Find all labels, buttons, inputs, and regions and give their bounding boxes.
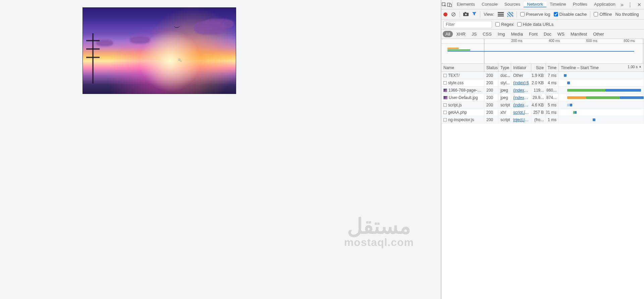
request-initiator[interactable]: (index):6 [513, 81, 529, 85]
request-waterfall [559, 79, 644, 86]
preserve-log-checkbox[interactable]: Preserve log [520, 12, 550, 17]
request-initiator[interactable]: (index):12 [513, 88, 529, 93]
tower-icon [86, 33, 100, 84]
request-size: 29.9... [531, 94, 546, 101]
offline-checkbox[interactable]: Offline [594, 12, 612, 17]
tab-elements[interactable]: Elements [453, 2, 478, 7]
request-size: 2.0 KB [531, 79, 546, 86]
view-list-icon[interactable] [498, 12, 504, 17]
request-size: 257 B [531, 109, 546, 116]
request-name: ng-inspector.js [448, 117, 474, 122]
request-name: script.js [448, 103, 462, 107]
type-filter-other[interactable]: Other [590, 31, 607, 37]
disable-cache-checkbox[interactable]: Disable cache [554, 12, 587, 17]
type-filter-ws[interactable]: WS [555, 31, 567, 37]
overview-tick: 200 ms [511, 39, 522, 43]
svg-line-4 [452, 13, 455, 15]
inspect-icon[interactable] [441, 2, 447, 7]
type-filter-media[interactable]: Media [508, 31, 525, 37]
tab-sources[interactable]: Sources [501, 2, 524, 7]
tab-profiles[interactable]: Profiles [570, 2, 591, 7]
network-rows: TEXT/200doc...Other1.9 KB7 msstyle.css20… [441, 72, 644, 123]
request-time: 7 ms [546, 72, 559, 79]
tab-application[interactable]: Application [591, 2, 619, 7]
request-size: 1.9 KB [531, 72, 546, 79]
tab-timeline[interactable]: Timeline [546, 2, 570, 7]
type-filter-css[interactable]: CSS [480, 31, 494, 37]
type-filter-manifest[interactable]: Manifest [568, 31, 590, 37]
network-row[interactable]: script.js200script(index):324.6 KB5 ms [441, 101, 644, 109]
request-type: jpeg [498, 94, 511, 101]
network-table-header[interactable]: Name Status Type Initiator Size Time Tim… [441, 64, 644, 72]
network-row[interactable]: ng-inspector.js200scriptinject.js:7(fro.… [441, 116, 644, 123]
type-filter-xhr[interactable]: XHR [453, 31, 468, 37]
tab-network[interactable]: Network [524, 2, 546, 7]
col-name[interactable]: Name [441, 64, 484, 71]
record-button[interactable] [443, 12, 447, 16]
throttling-select[interactable]: No throttling [615, 12, 639, 17]
request-time: 860... [546, 87, 559, 94]
network-overview[interactable]: 200 ms400 ms600 ms800 ms1000 ms [441, 39, 644, 64]
request-size: (fro... [531, 116, 546, 123]
col-time[interactable]: Time [546, 64, 559, 71]
request-name: getAA.php [448, 110, 467, 115]
request-name: style.css [448, 81, 464, 85]
kebab-icon[interactable]: ⋮ [626, 2, 635, 8]
col-initiator[interactable]: Initiator [511, 64, 531, 71]
request-type: jpeg [498, 87, 511, 94]
more-tabs-icon[interactable]: » [619, 2, 626, 7]
devtools-panel: ElementsConsoleSourcesNetworkTimelinePro… [441, 0, 644, 299]
col-type[interactable]: Type [498, 64, 511, 71]
tab-console[interactable]: Console [478, 2, 501, 7]
type-filter-img[interactable]: Img [495, 31, 508, 37]
sort-asc-icon: ▲ [639, 65, 642, 68]
request-size: 119... [531, 87, 546, 94]
network-row[interactable]: style.css200styl...(index):62.0 KB4 ms [441, 79, 644, 87]
network-row[interactable]: getAA.php200xhrscript.js:32257 B31 ms [441, 109, 644, 116]
clear-button[interactable] [451, 12, 456, 17]
request-status: 200 [484, 109, 498, 116]
filter-input[interactable] [443, 21, 492, 28]
request-status: 200 [484, 116, 498, 123]
request-initiator[interactable]: script.js:32 [513, 110, 529, 115]
request-initiator[interactable]: inject.js:7 [513, 117, 529, 122]
request-time: 31 ms [546, 109, 559, 116]
request-waterfall [559, 109, 644, 116]
network-row[interactable]: 1366-768-page-ani...200jpeg(index):12119… [441, 87, 644, 94]
page-preview: ︶ ↖ مستقل mostaql.com [0, 0, 441, 299]
hide-data-urls-checkbox[interactable]: Hide data URLs [517, 22, 554, 27]
overview-tick: 600 ms [586, 39, 597, 43]
request-initiator[interactable]: (index):32 [513, 103, 529, 107]
request-type: doc... [498, 72, 511, 79]
network-row[interactable]: TEXT/200doc...Other1.9 KB7 ms [441, 72, 644, 79]
view-label: View: [484, 12, 494, 17]
file-icon [443, 111, 447, 114]
image-thumb-icon [443, 89, 447, 92]
request-name: TEXT/ [448, 73, 460, 78]
svg-rect-6 [465, 12, 466, 13]
filter-icon[interactable] [472, 11, 477, 17]
col-timeline[interactable]: Timeline – Start Time 1.00 s ▲ [559, 64, 644, 71]
request-waterfall [559, 87, 644, 94]
regex-checkbox[interactable]: Regex [495, 22, 514, 27]
request-initiator[interactable]: (index):20 [513, 95, 529, 100]
device-icon[interactable] [447, 2, 452, 7]
bird-icon: ︶ [173, 23, 181, 33]
col-status[interactable]: Status [484, 64, 498, 71]
close-icon[interactable]: ✕ [635, 2, 644, 7]
network-row[interactable]: User-Default.jpg200jpeg(index):2029.9...… [441, 94, 644, 101]
view-waterfall-icon[interactable] [507, 12, 513, 17]
request-type: xhr [498, 109, 511, 116]
request-size: 4.6 KB [531, 101, 546, 108]
file-icon [443, 103, 447, 107]
request-waterfall [559, 116, 644, 123]
type-filter-doc[interactable]: Doc [541, 31, 554, 37]
col-size[interactable]: Size [531, 64, 546, 71]
request-name: 1366-768-page-ani... [448, 88, 482, 93]
type-filter-js[interactable]: JS [469, 31, 479, 37]
overview-tick: 400 ms [549, 39, 560, 43]
type-filter-all[interactable]: All [443, 31, 453, 37]
file-icon [443, 81, 447, 85]
screenshots-icon[interactable] [463, 12, 469, 17]
type-filter-font[interactable]: Font [526, 31, 540, 37]
